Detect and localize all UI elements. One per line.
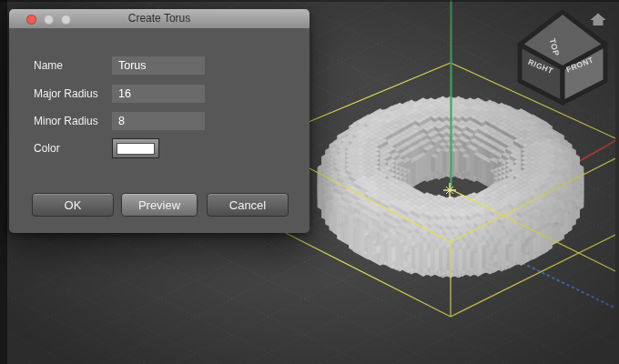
color-label: Color (34, 139, 60, 157)
color-picker-button[interactable] (112, 138, 159, 158)
home-icon[interactable] (591, 14, 606, 26)
ok-button[interactable]: OK (32, 193, 114, 217)
app-window: TOP RIGHT FRONT Create Torus Name Major … (0, 0, 619, 364)
viewport-top-border (0, 0, 619, 2)
color-swatch (117, 143, 155, 155)
viewport-right-border (615, 0, 619, 364)
preview-button[interactable]: Preview (121, 193, 198, 217)
name-input[interactable] (112, 56, 205, 75)
create-torus-dialog: Create Torus Name Major Radius Minor Rad… (9, 9, 310, 233)
dialog-title: Create Torus (9, 9, 310, 28)
minor-radius-input[interactable] (112, 112, 205, 130)
minor-radius-label: Minor Radius (34, 112, 98, 130)
major-radius-label: Major Radius (34, 85, 98, 103)
viewport-left-border (0, 0, 7, 364)
major-radius-input[interactable] (112, 85, 205, 103)
cancel-button[interactable]: Cancel (207, 193, 289, 217)
name-label: Name (34, 56, 63, 75)
dialog-titlebar[interactable]: Create Torus (9, 9, 310, 29)
